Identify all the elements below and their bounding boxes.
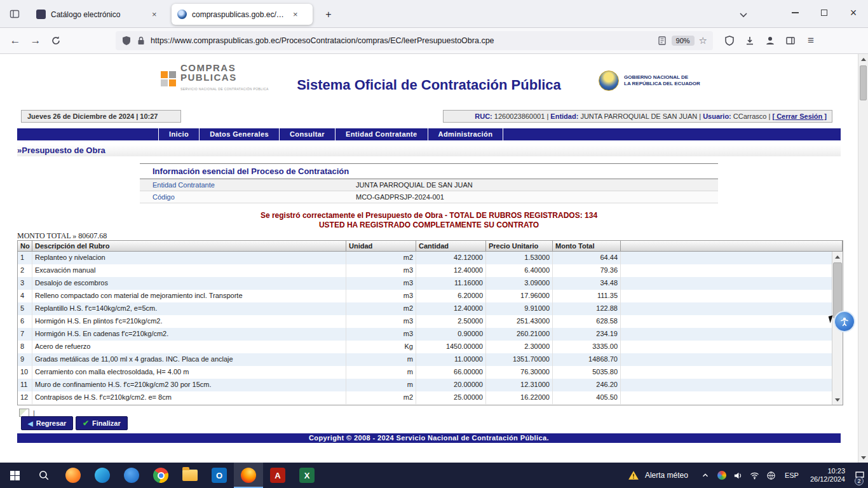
arrow-down-icon bbox=[835, 398, 840, 402]
main-nav-menu: InicioDatos GeneralesConsultarEntidad Co… bbox=[17, 128, 841, 140]
table-cell: 3 bbox=[18, 277, 32, 290]
account-button[interactable] bbox=[760, 31, 780, 50]
globe-icon bbox=[766, 471, 776, 480]
wifi-button[interactable] bbox=[747, 463, 763, 488]
zoom-level-badge[interactable]: 90% bbox=[672, 36, 695, 46]
page-scroll-up-button[interactable] bbox=[858, 54, 868, 64]
wifi-icon bbox=[750, 471, 759, 480]
app-icon-teams[interactable] bbox=[117, 463, 146, 488]
regresar-label: Regresar bbox=[36, 419, 67, 427]
table-scrollbar-thumb[interactable] bbox=[833, 262, 842, 318]
sidebar-button[interactable] bbox=[780, 31, 801, 50]
table-cell: 14868.70 bbox=[553, 353, 621, 366]
language-indicator[interactable]: ESP bbox=[780, 471, 804, 479]
window-minimize-button[interactable] bbox=[780, 0, 810, 25]
table-cell: Acero de refuerzo bbox=[32, 341, 346, 353]
table-row-2: 2Excavación manualm312.400006.4000079.36 bbox=[18, 264, 832, 277]
table-cell: m bbox=[346, 379, 416, 391]
page-scrollbar-thumb[interactable] bbox=[860, 65, 867, 100]
table-cell: 6 bbox=[18, 315, 32, 328]
table-cell: Replanteo y nivelacion bbox=[32, 252, 346, 264]
table-cell: 42.12000 bbox=[416, 252, 486, 264]
tray-colored-app-icon[interactable] bbox=[714, 463, 730, 488]
table-cell-filler bbox=[621, 277, 832, 290]
nav-item-consultar[interactable]: Consultar bbox=[279, 128, 335, 140]
hidden-icons-chevron[interactable] bbox=[697, 463, 714, 488]
reader-view-icon[interactable] bbox=[657, 36, 667, 46]
tracking-shield-icon[interactable] bbox=[121, 36, 132, 46]
table-cell-filler bbox=[621, 290, 832, 302]
taskbar-weather-widget[interactable]: Alerta méteo bbox=[619, 470, 697, 480]
app-icon-outlook[interactable]: O bbox=[205, 463, 234, 488]
table-cell: Kg bbox=[346, 341, 416, 353]
logout-link[interactable]: [ Cerrar Sesión ] bbox=[772, 112, 827, 120]
table-cell: 1 bbox=[18, 252, 32, 264]
firefox-view-button[interactable] bbox=[6, 6, 23, 22]
bookmark-star-icon[interactable]: ☆ bbox=[699, 35, 707, 46]
finalizar-button[interactable]: ✔ Finalizar bbox=[76, 416, 128, 430]
table-cell: 10 bbox=[18, 366, 32, 379]
taskbar-clock[interactable]: 10:23 26/12/2024 bbox=[804, 467, 851, 484]
page-scrollbar[interactable] bbox=[858, 54, 868, 463]
network-globe-button[interactable] bbox=[763, 463, 780, 488]
table-cell: Muro de confinamiento H.S. f'c=210kg/cm2… bbox=[32, 379, 346, 391]
forward-button[interactable]: → bbox=[25, 31, 46, 50]
back-button[interactable]: ← bbox=[5, 31, 25, 50]
reload-button[interactable] bbox=[46, 31, 66, 50]
chevron-up-icon bbox=[701, 471, 710, 480]
nav-item-datos-generales[interactable]: Datos Generales bbox=[199, 128, 279, 140]
tab-close-icon[interactable]: × bbox=[149, 9, 159, 20]
app-icon-browser-orange[interactable] bbox=[58, 463, 88, 488]
menu-button[interactable]: ≡ bbox=[801, 31, 821, 50]
app-icon-chrome[interactable] bbox=[146, 463, 175, 488]
info-label: Código bbox=[140, 193, 356, 201]
tab-compraspublicas[interactable]: compraspublicas.gob.ec/Proce × bbox=[172, 4, 313, 25]
downloads-button[interactable] bbox=[740, 31, 760, 50]
table-cell-filler bbox=[621, 391, 832, 404]
table-cell: 25.00000 bbox=[416, 391, 486, 404]
tab-catalogo-electronico[interactable]: Catálogo electrónico × bbox=[31, 4, 166, 25]
table-cell: m2 bbox=[346, 252, 416, 264]
table-cell: 5 bbox=[18, 302, 32, 315]
tab-close-icon[interactable]: × bbox=[290, 9, 301, 20]
table-scroll-down-button[interactable] bbox=[832, 395, 843, 405]
table-cell: 4 bbox=[18, 290, 32, 302]
table-row-9: 9Gradas metálicas de 11,00 ml x 4 gradas… bbox=[18, 353, 832, 366]
url-text[interactable]: https://www.compraspublicas.gob.ec/Proce… bbox=[151, 36, 653, 45]
app-icon-excel[interactable]: X bbox=[292, 463, 322, 488]
list-all-tabs-chevron-icon[interactable] bbox=[736, 8, 751, 22]
start-button[interactable] bbox=[0, 463, 29, 488]
app-icon-acrobat[interactable]: A bbox=[263, 463, 292, 488]
window-maximize-button[interactable] bbox=[810, 0, 839, 25]
app-icon-firefox-active[interactable] bbox=[234, 463, 263, 488]
app-icon-file-explorer[interactable] bbox=[175, 463, 205, 488]
volume-button[interactable] bbox=[730, 463, 747, 488]
nav-item-administracion[interactable]: Administración bbox=[428, 128, 504, 140]
nav-item-entidad-contratante[interactable]: Entidad Contratante bbox=[335, 128, 428, 140]
table-cell: Replantillo H.S. f'c=140kg/cm2, e=5cm. bbox=[32, 302, 346, 315]
regresar-button[interactable]: ◀ Regresar bbox=[21, 416, 73, 430]
nav-item-inicio[interactable]: Inicio bbox=[158, 128, 199, 140]
ruc-label: RUC: bbox=[475, 112, 492, 120]
lock-icon[interactable] bbox=[136, 36, 146, 46]
new-tab-button[interactable]: + bbox=[320, 6, 337, 22]
page-scroll-down-button[interactable] bbox=[858, 452, 868, 463]
url-bar[interactable]: https://www.compraspublicas.gob.ec/Proce… bbox=[116, 31, 713, 50]
extension-shield-button[interactable] bbox=[719, 31, 740, 50]
table-row-3: 3Desalojo de escombrosm311.160003.090003… bbox=[18, 277, 832, 290]
floating-assistant-widget[interactable] bbox=[834, 311, 855, 332]
taskbar-search-button[interactable] bbox=[29, 463, 58, 488]
reload-icon bbox=[51, 36, 61, 46]
column-header-descripcion-del-rubro: Descripción del Rubro bbox=[32, 241, 346, 251]
entidad-label: Entidad: bbox=[550, 112, 578, 120]
table-cell: 3.09000 bbox=[486, 277, 553, 290]
arrow-up-icon bbox=[861, 58, 866, 61]
app-icon-edge[interactable] bbox=[88, 463, 117, 488]
window-close-button[interactable]: × bbox=[839, 0, 868, 25]
action-center-button[interactable]: 2 bbox=[851, 463, 868, 488]
table-cell: Gradas metálicas de 11,00 ml x 4 gradas.… bbox=[32, 353, 346, 366]
table-scroll-up-button[interactable] bbox=[832, 252, 843, 262]
usuario-label: Usuario: bbox=[703, 112, 731, 120]
tab-title: compraspublicas.gob.ec/Proce bbox=[192, 10, 286, 19]
table-cell: 122.88 bbox=[553, 302, 621, 315]
